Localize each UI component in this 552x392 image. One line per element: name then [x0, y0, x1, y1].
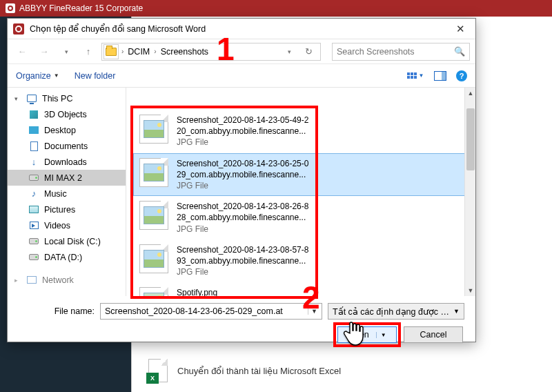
file-thumb-icon [139, 244, 168, 273]
excel-file-icon: X [148, 359, 168, 382]
nav-forward-button[interactable]: → [35, 43, 53, 61]
file-row[interactable]: Screenshot_2020-08-14-23-05-49-2 20_com.… [133, 110, 469, 153]
filename-label: File name: [19, 306, 95, 316]
file-name: 20_com.abbyy.mobile.finescanne... [177, 126, 308, 137]
file-name: 28_com.abbyy.mobile.finescanne... [177, 212, 308, 223]
pictures-icon [29, 206, 39, 213]
app-title: ABBYY FineReader 15 Corporate [19, 3, 143, 13]
folder-icon [106, 48, 117, 56]
file-row[interactable]: Screenshot_2020-08-14-23-08-57-8 93_com.… [133, 239, 469, 283]
chevron-icon: › [151, 48, 159, 55]
new-folder-button[interactable]: New folder [75, 71, 116, 81]
nav-recent-button[interactable]: ▾ [57, 43, 75, 61]
address-bar[interactable]: › DCIM › Screenshots ▾ ↻ [101, 43, 321, 61]
drive-icon [29, 254, 39, 260]
file-name: 93_com.abbyy.mobile.finescanne... [177, 255, 308, 266]
help-button[interactable]: ? [456, 70, 467, 81]
search-box[interactable]: 🔍 [332, 43, 470, 61]
breadcrumb-dcim[interactable]: DCIM [126, 46, 151, 58]
tree-pictures[interactable]: Pictures [8, 202, 126, 217]
nav-back-button[interactable]: ← [13, 43, 31, 61]
dialog-toolbar: Organize▼ New folder ▼ ? [8, 64, 475, 88]
dialog-titlebar: Chọn tệp để chuyển đổi sang Microsoft Wo… [8, 19, 475, 39]
file-type: JPG File [177, 88, 208, 90]
dialog-footer: File name: ▼ Tất cả các định dạng được h… [8, 296, 475, 350]
task-excel-row[interactable]: X Chuyển đổi thành tài liệu Microsoft Ex… [148, 359, 341, 382]
scroll-down-icon[interactable]: ▼ [465, 285, 475, 296]
tree-desktop[interactable]: Desktop [8, 122, 126, 138]
open-button[interactable]: Open▼ [337, 326, 397, 343]
tree-3d-objects[interactable]: 3D Objects [8, 106, 126, 122]
tree-documents[interactable]: Documents [8, 138, 126, 154]
address-dropdown[interactable]: ▾ [280, 43, 298, 61]
preview-pane-button[interactable] [434, 71, 446, 81]
open-file-dialog: Chọn tệp để chuyển đổi sang Microsoft Wo… [7, 18, 476, 342]
file-thumb-icon [139, 115, 168, 144]
search-input[interactable] [337, 47, 451, 57]
tree-local-disk-c[interactable]: Local Disk (C:) [8, 233, 126, 249]
cancel-button[interactable]: Cancel [404, 326, 463, 343]
file-name: 29_com.abbyy.mobile.finescanne... [177, 169, 308, 180]
tree-videos[interactable]: Videos [8, 217, 126, 233]
file-row[interactable]: Spotify.png PNG File 17.5 KB [133, 282, 469, 296]
nav-up-button[interactable]: ↑ [79, 43, 97, 61]
file-thumb-icon [139, 158, 168, 187]
drive-icon [29, 238, 39, 244]
expand-icon[interactable]: ▸ [14, 277, 21, 284]
file-row[interactable]: Screenshot_2020-08-14-23-06-25-0 29_com.… [133, 153, 469, 197]
file-thumb-icon [139, 287, 168, 296]
tree-data-d[interactable]: DATA (D:) [8, 249, 126, 265]
desktop-icon [29, 126, 39, 134]
filename-dropdown-icon[interactable]: ▼ [308, 308, 317, 315]
dialog-nav-row: ← → ▾ ↑ › DCIM › Screenshots ▾ ↻ 🔍 [8, 39, 475, 64]
filename-input[interactable] [105, 306, 308, 316]
file-row-partial[interactable]: JPG File [133, 88, 469, 110]
file-type-filter[interactable]: Tất cả các định dạng được hỗ t ▼ [328, 303, 464, 320]
dialog-app-icon [13, 23, 24, 35]
breadcrumb-screenshots[interactable]: Screenshots [159, 46, 210, 58]
device-icon [29, 175, 39, 181]
download-icon: ↓ [28, 157, 39, 167]
scrollbar[interactable]: ▲ ▼ [464, 88, 475, 296]
file-type: JPG File [177, 266, 308, 277]
tree-network[interactable]: ▸ Network [8, 272, 126, 288]
search-icon: 🔍 [454, 46, 465, 57]
file-name: Screenshot_2020-08-14-23-05-49-2 [177, 115, 308, 126]
file-name: Screenshot_2020-08-14-23-06-25-0 [177, 158, 308, 169]
address-root-icon[interactable] [103, 44, 119, 59]
file-name: Screenshot_2020-08-14-23-08-57-8 [177, 244, 308, 255]
scroll-up-icon[interactable]: ▲ [465, 88, 475, 99]
music-icon: ♪ [28, 189, 39, 199]
scroll-thumb[interactable] [466, 108, 475, 170]
view-icon [407, 72, 417, 79]
organize-menu[interactable]: Organize▼ [16, 71, 59, 81]
file-name: Screenshot_2020-08-14-23-08-26-8 [177, 201, 308, 212]
cube-icon [30, 110, 38, 119]
tree-music[interactable]: ♪Music [8, 186, 126, 202]
view-mode-button[interactable]: ▼ [406, 68, 424, 84]
file-type: JPG File [177, 224, 308, 235]
app-icon [6, 3, 15, 13]
tree-downloads[interactable]: ↓Downloads [8, 154, 126, 170]
address-refresh-button[interactable]: ↻ [299, 43, 317, 61]
close-icon: ✕ [456, 23, 465, 35]
navigation-tree: ▾ This PC 3D Objects Desktop Documents ↓… [8, 88, 126, 296]
videos-icon [30, 222, 39, 229]
filename-combobox[interactable]: ▼ [100, 303, 322, 320]
tree-mimax2[interactable]: MI MAX 2 [8, 170, 126, 186]
pc-icon [27, 95, 37, 102]
dialog-close-button[interactable]: ✕ [445, 19, 475, 39]
file-thumb-icon [139, 201, 168, 230]
tree-this-pc[interactable]: ▾ This PC [8, 90, 126, 106]
file-name: Spotify.png [177, 287, 217, 296]
file-type: JPG File [177, 180, 308, 191]
app-titlebar: ABBYY FineReader 15 Corporate [0, 0, 552, 17]
task-excel-label: Chuyển đổi thành tài liệu Microsoft Exce… [177, 366, 341, 376]
excel-badge: X [146, 373, 159, 384]
file-row[interactable]: Screenshot_2020-08-14-23-08-26-8 28_com.… [133, 196, 469, 239]
file-type-filter-label: Tất cả các định dạng được hỗ t [333, 306, 453, 317]
network-icon [27, 276, 37, 284]
dialog-title: Chọn tệp để chuyển đổi sang Microsoft Wo… [30, 23, 445, 34]
expand-icon[interactable]: ▾ [14, 95, 21, 102]
chevron-icon: › [119, 48, 126, 55]
